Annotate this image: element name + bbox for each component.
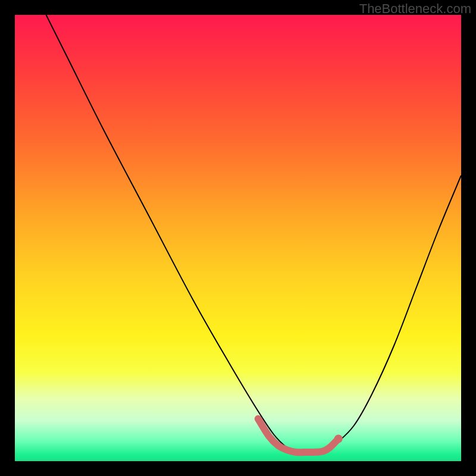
optimal-zone-end-dot [334, 435, 343, 443]
plot-area [15, 15, 461, 461]
chart-svg [15, 15, 461, 461]
chart-frame: TheBottleneck.com [0, 0, 476, 476]
plot-outer [15, 15, 461, 461]
gradient-background [15, 15, 461, 461]
